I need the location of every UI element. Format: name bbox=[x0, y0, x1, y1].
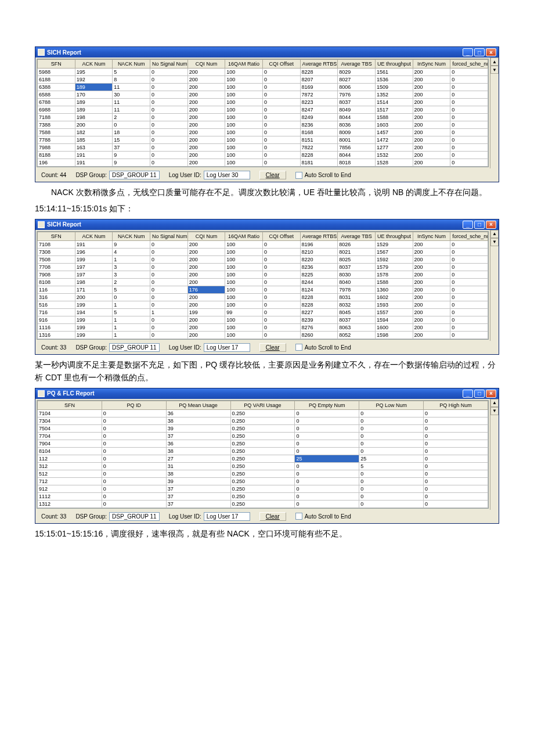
table-cell[interactable]: 3 bbox=[113, 271, 150, 278]
table-cell[interactable]: 0 bbox=[102, 409, 166, 417]
table-row[interactable]: 71040360.250000 bbox=[38, 409, 488, 417]
table-cell[interactable]: 200 bbox=[413, 278, 450, 286]
table-cell[interactable]: 0 bbox=[102, 424, 166, 432]
table-cell[interactable]: 0 bbox=[102, 417, 166, 424]
table-cell[interactable]: 191 bbox=[75, 152, 113, 159]
table-cell[interactable]: 0 bbox=[450, 301, 488, 308]
table-cell[interactable]: 0.250 bbox=[230, 462, 295, 470]
table-cell[interactable]: 0 bbox=[262, 76, 300, 84]
table-cell[interactable]: 99 bbox=[225, 308, 263, 316]
table-row[interactable]: 798816337020010007822785612772000 bbox=[38, 144, 488, 152]
table-cell[interactable]: 0 bbox=[262, 240, 300, 248]
table-cell[interactable]: 100 bbox=[225, 84, 263, 91]
table-row[interactable]: 9120370.250000 bbox=[38, 485, 488, 492]
table-row[interactable]: 1961919020010008181801815282000 bbox=[38, 159, 488, 167]
table-cell[interactable]: 25 bbox=[359, 455, 424, 462]
table-cell[interactable]: 512 bbox=[38, 470, 102, 477]
log-user-select[interactable]: Log User 30 bbox=[204, 171, 250, 179]
table-cell[interactable]: 0 bbox=[450, 316, 488, 323]
table-cell[interactable]: 100 bbox=[225, 106, 263, 114]
table-cell[interactable]: 100 bbox=[225, 144, 263, 152]
table-cell[interactable]: 0 bbox=[150, 255, 187, 263]
table-cell[interactable]: 1 bbox=[113, 255, 150, 263]
table-cell[interactable]: 0 bbox=[113, 121, 150, 129]
table-cell[interactable]: 11 bbox=[113, 106, 150, 114]
table-cell[interactable]: 163 bbox=[75, 144, 113, 152]
table-cell[interactable]: 9 bbox=[113, 159, 150, 167]
clear-button[interactable]: Clear bbox=[259, 171, 286, 179]
table-cell[interactable]: 1457 bbox=[375, 129, 413, 136]
table-cell[interactable]: 0.250 bbox=[230, 470, 295, 477]
table-cell[interactable]: 200 bbox=[187, 91, 225, 99]
table-cell[interactable]: 7978 bbox=[338, 286, 376, 293]
column-header[interactable]: Average TBS bbox=[338, 60, 376, 69]
table-cell[interactable]: 199 bbox=[75, 331, 113, 339]
table-cell[interactable]: 8228 bbox=[300, 152, 338, 159]
table-cell[interactable]: 0 bbox=[262, 136, 300, 144]
table-cell[interactable]: 7588 bbox=[38, 129, 75, 136]
table-cell[interactable]: 200 bbox=[187, 114, 225, 121]
table-cell[interactable]: 0 bbox=[359, 500, 424, 507]
column-header[interactable]: CQI Num bbox=[187, 60, 225, 69]
table-cell[interactable]: 0 bbox=[450, 323, 488, 331]
dsp-group-select[interactable]: DSP_GROUP 11 bbox=[109, 512, 160, 521]
table-cell[interactable]: 0.250 bbox=[230, 417, 295, 424]
table-cell[interactable]: 8151 bbox=[300, 136, 338, 144]
table-cell[interactable]: 200 bbox=[413, 248, 450, 255]
column-header[interactable]: PQ Empty Num bbox=[295, 401, 359, 409]
table-cell[interactable]: 8052 bbox=[338, 331, 376, 339]
column-header[interactable]: PQ Low Num bbox=[359, 401, 424, 409]
table-cell[interactable]: 1517 bbox=[375, 106, 413, 114]
table-cell[interactable]: 0.250 bbox=[230, 432, 295, 440]
column-header[interactable]: NACK Num bbox=[113, 232, 150, 240]
table-cell[interactable]: 0 bbox=[424, 432, 488, 440]
table-cell[interactable]: 0.250 bbox=[230, 485, 295, 492]
data-grid[interactable]: SFNACK NumNACK NumNo Signal NumCQI Num16… bbox=[37, 59, 489, 167]
table-cell[interactable]: 200 bbox=[413, 69, 450, 76]
table-cell[interactable]: 0 bbox=[450, 136, 488, 144]
table-cell[interactable]: 100 bbox=[225, 271, 263, 278]
table-cell[interactable]: 0.250 bbox=[230, 477, 295, 485]
table-cell[interactable]: 0 bbox=[424, 462, 488, 470]
column-header[interactable]: SFN bbox=[38, 232, 75, 240]
table-cell[interactable]: 0 bbox=[450, 248, 488, 255]
table-cell[interactable]: 0 bbox=[102, 492, 166, 500]
table-cell[interactable]: 1594 bbox=[375, 316, 413, 323]
table-cell[interactable]: 0 bbox=[295, 409, 359, 417]
table-cell[interactable]: 0.250 bbox=[230, 424, 295, 432]
table-cell[interactable]: 8223 bbox=[300, 99, 338, 106]
table-cell[interactable]: 11 bbox=[113, 99, 150, 106]
column-header[interactable]: PQ VARI Usage bbox=[230, 401, 295, 409]
table-cell[interactable]: 100 bbox=[225, 293, 263, 301]
table-cell[interactable]: 200 bbox=[187, 331, 225, 339]
table-cell[interactable]: 37 bbox=[113, 144, 150, 152]
table-cell[interactable]: 0 bbox=[359, 492, 424, 500]
table-cell[interactable]: 8228 bbox=[300, 69, 338, 76]
scroll-down-icon[interactable]: ▼ bbox=[490, 238, 499, 246]
table-cell[interactable]: 8225 bbox=[300, 271, 338, 278]
table-cell[interactable]: 0.250 bbox=[230, 447, 295, 455]
table-cell[interactable]: 912 bbox=[38, 485, 102, 492]
close-button[interactable]: × bbox=[486, 390, 496, 398]
table-cell[interactable]: 200 bbox=[413, 144, 450, 152]
column-header[interactable]: 16QAM Ratio bbox=[225, 232, 263, 240]
table-cell[interactable]: 0 bbox=[150, 271, 187, 278]
table-cell[interactable]: 7308 bbox=[38, 248, 75, 255]
table-cell[interactable]: 0 bbox=[359, 447, 424, 455]
column-header[interactable]: SFN bbox=[38, 401, 102, 409]
table-cell[interactable]: 200 bbox=[187, 248, 225, 255]
table-cell[interactable]: 8 bbox=[113, 76, 150, 84]
table-cell[interactable]: 1316 bbox=[38, 331, 75, 339]
table-row[interactable]: 5161991020010008228803215932000 bbox=[38, 301, 488, 308]
table-cell[interactable]: 27 bbox=[166, 455, 230, 462]
table-cell[interactable]: 0 bbox=[150, 144, 187, 152]
table-row[interactable]: 778818515020010008151800114722000 bbox=[38, 136, 488, 144]
table-cell[interactable]: 8227 bbox=[300, 308, 338, 316]
table-cell[interactable]: 100 bbox=[225, 240, 263, 248]
vertical-scrollbar[interactable]: ▲ ▼ bbox=[490, 399, 499, 510]
table-cell[interactable]: 5988 bbox=[38, 69, 75, 76]
table-cell[interactable]: 0 bbox=[262, 323, 300, 331]
table-cell[interactable]: 200 bbox=[413, 293, 450, 301]
table-cell[interactable]: 189 bbox=[75, 99, 113, 106]
table-cell[interactable]: 0 bbox=[295, 500, 359, 507]
